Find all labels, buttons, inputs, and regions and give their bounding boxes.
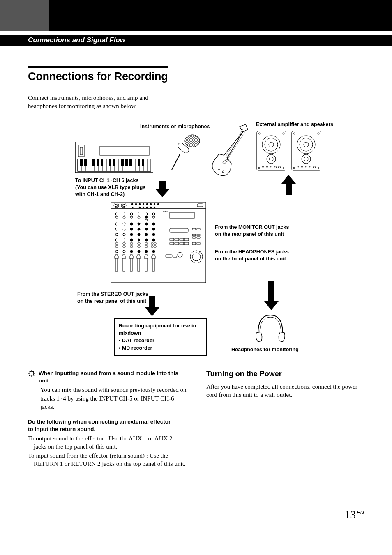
svg-point-83 — [143, 203, 144, 205]
svg-line-200 — [33, 371, 34, 372]
svg-rect-148 — [145, 246, 148, 247]
arrow-down-to-headphones — [264, 281, 279, 310]
svg-point-99 — [115, 228, 118, 230]
svg-point-162 — [152, 250, 155, 253]
box-l2: mixdown — [119, 330, 141, 336]
svg-rect-106 — [115, 256, 118, 258]
svg-point-87 — [157, 203, 159, 205]
svg-rect-151 — [144, 256, 148, 258]
arrow-down-to-unit — [155, 181, 170, 197]
top-grey-box — [0, 0, 49, 31]
svg-rect-135 — [138, 243, 140, 244]
svg-point-149 — [145, 250, 148, 253]
tip-block: When inputting sound from a sound module… — [28, 370, 187, 385]
svg-point-104 — [115, 250, 118, 253]
svg-rect-44 — [257, 131, 286, 170]
svg-rect-176 — [180, 238, 184, 241]
svg-point-126 — [130, 250, 133, 253]
svg-rect-26 — [97, 159, 99, 166]
svg-point-155 — [152, 228, 155, 230]
svg-rect-32 — [129, 159, 132, 166]
box-l3: • DAT recorder — [119, 338, 154, 343]
svg-rect-25 — [92, 159, 95, 166]
svg-rect-181 — [184, 242, 189, 245]
svg-rect-141 — [145, 216, 148, 218]
label-input-jacks-l1: To INPUT CH1~CH 6 jacks — [75, 177, 138, 183]
svg-point-129 — [138, 213, 140, 215]
svg-rect-34 — [142, 159, 144, 166]
label-monitor-l2: on the rear panel of this unit — [215, 231, 284, 237]
page-title: Connections for Recording — [28, 70, 365, 83]
label-input-jacks-l3: with CH-1 and CH-2) — [75, 191, 125, 197]
svg-point-84 — [146, 203, 148, 205]
column-right: Turning on the Power After you have comp… — [206, 370, 365, 468]
svg-point-76 — [114, 203, 119, 208]
svg-rect-113 — [123, 243, 125, 244]
recording-equipment-box: Recording equipment for use in mixdown •… — [114, 318, 207, 356]
svg-rect-28 — [109, 159, 111, 166]
svg-point-152 — [152, 213, 155, 215]
page-content: Connections for Recording Connect instru… — [28, 66, 365, 111]
connection-diagram: Instruments or microphones External ampl… — [51, 121, 375, 359]
effector-heading: Do the following when connecting an exte… — [28, 418, 187, 433]
label-headphones-l1: From the HEADPHONES jacks — [215, 249, 289, 255]
label-instruments: Instruments or microphones — [140, 123, 210, 130]
svg-line-197 — [29, 371, 30, 372]
section-title-bar: Connections and Signal Flow — [0, 35, 392, 46]
svg-rect-172 — [192, 237, 196, 238]
svg-rect-165 — [170, 212, 194, 218]
svg-point-143 — [145, 223, 148, 225]
svg-rect-173 — [197, 237, 200, 238]
svg-point-98 — [115, 223, 118, 225]
svg-rect-174 — [170, 238, 174, 241]
svg-point-120 — [130, 223, 133, 225]
svg-rect-153 — [152, 216, 155, 218]
svg-point-123 — [130, 239, 133, 241]
svg-marker-191 — [264, 281, 279, 310]
svg-point-146 — [145, 239, 148, 241]
arrow-down-to-recorder — [145, 296, 159, 316]
tip-heading: When inputting sound from a sound module… — [39, 370, 178, 385]
svg-rect-189 — [173, 256, 176, 258]
label-input-jacks-l2: (You can use XLR type plugs — [75, 184, 145, 190]
svg-rect-130 — [138, 216, 140, 218]
svg-point-115 — [123, 250, 125, 253]
svg-rect-167 — [170, 228, 188, 232]
svg-point-112 — [123, 239, 125, 241]
svg-rect-30 — [121, 159, 124, 166]
svg-rect-136 — [138, 246, 140, 247]
svg-point-96 — [115, 213, 118, 215]
svg-point-80 — [131, 203, 133, 205]
svg-rect-179 — [175, 242, 179, 245]
svg-rect-188 — [166, 255, 172, 257]
intro-paragraph: Connect instruments, microphones, and am… — [28, 94, 176, 111]
keyboard-icon — [75, 142, 153, 173]
svg-rect-169 — [197, 228, 200, 230]
svg-point-92 — [150, 207, 152, 208]
svg-marker-75 — [281, 175, 296, 195]
svg-point-140 — [145, 213, 148, 215]
svg-rect-108 — [123, 216, 125, 218]
svg-rect-128 — [129, 256, 133, 258]
svg-rect-2 — [80, 147, 83, 155]
power-heading: Turning on the Power — [206, 370, 365, 378]
svg-rect-161 — [154, 246, 156, 247]
svg-point-88 — [132, 207, 134, 208]
svg-rect-183 — [197, 242, 200, 245]
svg-point-137 — [138, 250, 140, 253]
svg-point-186 — [192, 253, 201, 261]
svg-point-110 — [123, 228, 125, 230]
svg-rect-158 — [151, 243, 153, 244]
svg-point-90 — [143, 207, 144, 208]
svg-rect-119 — [130, 216, 133, 218]
svg-point-157 — [152, 239, 155, 241]
svg-rect-117 — [122, 256, 126, 258]
svg-point-85 — [150, 203, 152, 205]
label-stereo-l1: From the STEREO OUT jacks — [77, 291, 148, 297]
svg-rect-97 — [115, 216, 118, 218]
box-l4: • MD recorder — [119, 345, 152, 351]
svg-line-38 — [225, 129, 243, 157]
microphone-icon — [170, 133, 203, 174]
svg-rect-114 — [123, 246, 125, 247]
svg-point-192 — [30, 371, 34, 375]
